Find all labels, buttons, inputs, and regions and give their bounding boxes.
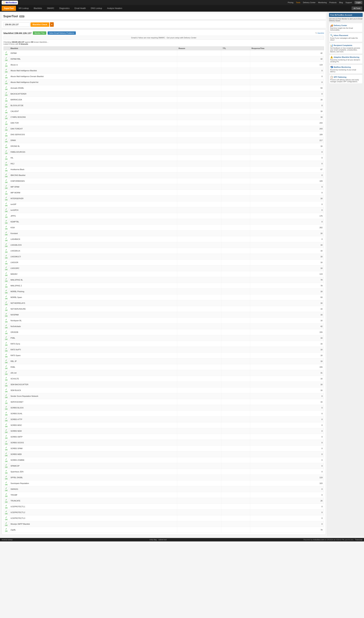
- row-reason: [177, 294, 221, 300]
- row-ttl: [221, 306, 250, 312]
- sidebar-card-inbox[interactable]: 🔍 Inbox Placement Know if your campaigns…: [329, 33, 363, 42]
- ok-icon: ✔: [5, 382, 7, 385]
- table-row: ✔ OKCALVENT16: [4, 109, 324, 114]
- row-blacklist: SORBS HTTP: [9, 416, 177, 422]
- row-status: ✔ OK: [4, 149, 9, 155]
- table-row: ✔ OKs5h.net31: [4, 370, 324, 376]
- reverse-lookup-link[interactable]: reverse lookup: [2, 539, 13, 541]
- row-reason: [177, 382, 221, 387]
- logo[interactable]: ⬡ MxToolbox: [2, 1, 18, 4]
- row-status: ✔ OK: [4, 289, 9, 294]
- sidebar-card-mailflow[interactable]: 📬 Mailflow Monitoring Round-trip monitor…: [329, 65, 363, 74]
- sidebar-card-complaints[interactable]: 📊 Recipient Complaints Get feedback on h…: [329, 43, 363, 54]
- ok-text: OK: [5, 524, 8, 526]
- table-row: ✔ OKSORBS MISC0: [4, 422, 324, 428]
- ok-text: OK: [5, 152, 8, 154]
- mxtoolbox-link[interactable]: mxtoolbox.com: [313, 539, 324, 541]
- ok-icon: ✔: [5, 68, 7, 71]
- row-status: ✔ OK: [4, 463, 9, 469]
- table-row: ✔ OKAbusix Mail Intelligence Exploit lis…: [4, 79, 324, 85]
- row-reason: [177, 387, 221, 393]
- row-ttl: [221, 85, 250, 91]
- nav-blog[interactable]: Blog: [339, 1, 343, 3]
- row-ttl: [221, 428, 250, 434]
- subnet-tool-link[interactable]: subnet tool: [158, 539, 167, 541]
- nav-monitoring[interactable]: Monitoring: [318, 1, 327, 3]
- row-reason: [177, 358, 221, 364]
- row-ttl: [221, 358, 250, 364]
- row-blacklist: RATS NoPTr: [9, 347, 177, 353]
- reported-for: just for you.: [345, 539, 354, 541]
- row-response-time: 0: [250, 416, 324, 422]
- row-reason: [177, 312, 221, 318]
- row-reason: [177, 492, 221, 498]
- row-status: ✔ OK: [4, 300, 9, 306]
- nav-email-health[interactable]: Email Health: [72, 6, 88, 11]
- ok-text: OK: [5, 210, 8, 212]
- ok-text: OK: [5, 472, 8, 474]
- check-dropdown-button[interactable]: ▾: [50, 22, 54, 27]
- search-bar: Blacklist Check ▾: [2, 21, 326, 28]
- table-row: ✔ OKLASHBACK0: [4, 236, 324, 242]
- all-tools-button[interactable]: All Tools: [351, 6, 362, 10]
- row-ttl: [221, 416, 250, 422]
- row-reason: [177, 260, 221, 265]
- nav-dns-lookup[interactable]: DNS Lookup: [89, 6, 104, 11]
- blacklist-check-button[interactable]: Blacklist Check: [30, 22, 49, 27]
- sidebar-card-spf[interactable]: 📋 SPF Flattening Prevent soft delivery f…: [329, 75, 363, 84]
- table-row: ✔ OKSERVICESNET16: [4, 399, 324, 405]
- row-response-time: 16: [250, 109, 324, 114]
- nav-dmarc[interactable]: DMARC: [45, 6, 57, 11]
- login-button[interactable]: Login: [354, 1, 362, 4]
- row-blacklist: UCEPROTECTL2: [9, 509, 177, 515]
- row-blacklist: TRUNCATE: [9, 498, 177, 504]
- ok-text: OK: [5, 222, 8, 224]
- nav-products[interactable]: Products: [329, 1, 337, 3]
- ok-icon: ✔: [5, 57, 7, 59]
- search-input[interactable]: [3, 22, 30, 27]
- nav-analyze-headers[interactable]: Analyze Headers: [105, 6, 124, 11]
- smtp-diag-link[interactable]: smtp diag: [149, 539, 157, 541]
- row-reason: [177, 50, 221, 56]
- nav-blacklists[interactable]: Blacklists: [31, 6, 44, 11]
- sidebar-card-delivery[interactable]: 🚚 Delivery Center Real time insight into…: [329, 23, 363, 32]
- row-response-time: 0: [250, 434, 324, 440]
- row-ttl: [221, 335, 250, 341]
- row-response-time: 0: [250, 440, 324, 446]
- row-reason: [177, 242, 221, 248]
- table-body: ✔ OK0SPAM42✔ OK0SPAM RBL42✔ OKAbuse.ro11…: [4, 50, 324, 533]
- ok-icon: ✔: [5, 498, 7, 501]
- transcript-link[interactable]: Transcript: [355, 539, 362, 541]
- table-row: ✔ OKKISA202: [4, 225, 324, 231]
- row-status: ✔ OK: [4, 312, 9, 318]
- ok-text: OK: [5, 379, 8, 381]
- row-ttl: [221, 126, 250, 132]
- ok-icon: ✔: [5, 435, 7, 437]
- table-row: ✔ OKUCEPROTECTL30: [4, 515, 324, 521]
- monitor-this-button[interactable]: Monitor This: [33, 31, 46, 35]
- nav-diagnostics[interactable]: Diagnostics: [57, 6, 72, 11]
- ok-icon: ✔: [5, 155, 7, 158]
- nav-tools[interactable]: Tools: [296, 1, 300, 3]
- ok-text: OK: [5, 495, 8, 497]
- nav-support[interactable]: Support: [346, 1, 352, 3]
- sidebar-card-adaptive[interactable]: ⚠️ Adaptive Blacklist Monitoring Real-ti…: [329, 55, 363, 64]
- nav-delivery-center[interactable]: Delivery Center: [303, 1, 315, 3]
- row-ttl: [221, 405, 250, 411]
- row-ttl: [221, 172, 250, 178]
- nav-supertool[interactable]: SuperTool: [2, 6, 16, 11]
- blacklist-link[interactable]: ↻ blacklist: [315, 32, 324, 34]
- nav-pricing[interactable]: Pricing: [288, 1, 294, 3]
- row-blacklist: IBM DNS Blacklist: [9, 172, 177, 178]
- row-status: ✔ OK: [4, 109, 9, 114]
- ok-icon: ✔: [5, 254, 7, 257]
- ok-icon: ✔: [5, 516, 7, 519]
- table-row: ✔ OKICMFORBIDDEN109: [4, 178, 324, 184]
- check-info: Checking 158.69.126.137 against 83 known…: [3, 41, 324, 45]
- nav-mx-lookup[interactable]: MX Lookup: [16, 6, 31, 11]
- row-reason: [177, 469, 221, 475]
- logo-icon: ⬡: [3, 1, 5, 4]
- row-ttl: [221, 132, 250, 137]
- solve-delivery-button[interactable]: Solve Email Delivery Problems: [48, 31, 76, 35]
- ok-icon: ✔: [5, 440, 7, 443]
